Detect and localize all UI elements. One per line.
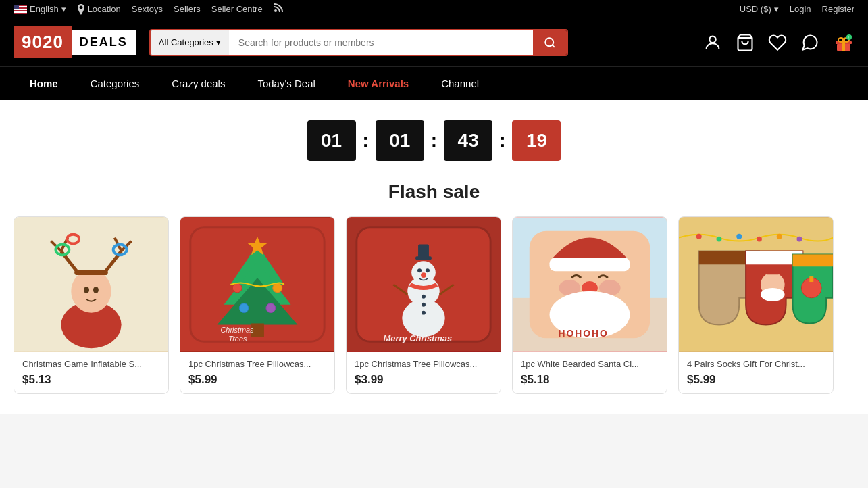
nav-categories[interactable]: Categories — [74, 67, 156, 100]
logo-number: 9020 — [14, 26, 72, 58]
svg-rect-66 — [550, 258, 630, 271]
timer-sep-2: : — [430, 130, 438, 151]
whatsapp-icon[interactable] — [800, 33, 819, 52]
language-label: English — [30, 4, 59, 14]
product-name: 1pc Christmas Tree Pillowcas... — [188, 359, 326, 369]
svg-point-52 — [426, 268, 430, 272]
product-card[interactable]: Christmas Trees 1pc Christmas Tree Pillo… — [180, 216, 335, 394]
top-bar-left: English ▾ Location Sextoys Sellers Selle… — [14, 3, 283, 15]
rss-icon — [274, 3, 283, 15]
timer-seconds: 43 — [444, 120, 492, 161]
account-icon[interactable] — [703, 33, 722, 52]
product-price: $5.13 — [22, 373, 160, 387]
search-button[interactable] — [533, 30, 567, 55]
svg-rect-4 — [14, 5, 19, 9]
svg-point-56 — [422, 295, 426, 299]
main-content: 01 : 01 : 43 : 19 Flash sale — [0, 100, 868, 414]
product-image — [679, 217, 833, 352]
product-image — [14, 217, 168, 352]
product-price: $5.99 — [687, 373, 825, 387]
language-selector[interactable]: English ▾ — [14, 4, 66, 14]
nav-crazy-deals[interactable]: Crazy deals — [155, 67, 241, 100]
product-name: 4 Pairs Socks Gift For Christ... — [687, 359, 825, 369]
product-name: Christmas Game Inflatable S... — [22, 359, 160, 369]
currency-chevron: ▾ — [774, 4, 779, 14]
timer-subseconds: 19 — [512, 120, 561, 161]
svg-text:Trees: Trees — [228, 335, 247, 343]
timer-sep-3: : — [498, 130, 507, 151]
gift-icon[interactable]: ! — [833, 32, 854, 53]
search-input[interactable] — [229, 30, 533, 55]
product-info: Christmas Game Inflatable S... $5.13 — [14, 352, 168, 393]
product-card[interactable]: Merry Christmas 1pc Christmas Tree Pillo… — [346, 216, 501, 394]
wishlist-icon[interactable] — [768, 33, 787, 52]
nav-todays-deal[interactable]: Today's Deal — [241, 67, 331, 100]
product-price: $5.18 — [521, 373, 659, 387]
product-image: Christmas Trees — [180, 217, 334, 352]
svg-rect-83 — [765, 268, 781, 274]
nav-sellers[interactable]: Sellers — [174, 4, 201, 14]
svg-point-76 — [736, 234, 742, 239]
svg-point-79 — [796, 237, 802, 242]
svg-point-57 — [422, 303, 426, 307]
countdown-timer: 01 : 01 : 43 : 19 — [0, 100, 868, 174]
svg-point-31 — [84, 287, 89, 293]
svg-point-5 — [274, 9, 277, 12]
svg-point-42 — [239, 303, 249, 313]
cart-icon[interactable] — [736, 33, 755, 52]
product-image: HOHOHO — [513, 217, 667, 352]
svg-point-75 — [717, 237, 722, 242]
product-card[interactable]: 4 Pairs Socks Gift For Christ... $5.99 — [678, 216, 834, 394]
svg-text:!: ! — [848, 36, 849, 40]
svg-point-6 — [545, 38, 553, 46]
location-label: Location — [88, 4, 121, 14]
product-name: 1pc White Bearded Santa Cl... — [521, 359, 659, 369]
product-image: Merry Christmas — [347, 217, 501, 352]
nav-sextoys[interactable]: Sextoys — [132, 4, 163, 14]
svg-point-58 — [422, 311, 426, 315]
product-info: 1pc Christmas Tree Pillowcas... $5.99 — [180, 352, 334, 393]
currency-selector[interactable]: USD ($) ▾ — [740, 4, 779, 14]
nav-home[interactable]: Home — [14, 67, 74, 100]
svg-rect-87 — [809, 276, 813, 282]
nav-channel[interactable]: Channel — [425, 67, 495, 100]
category-chevron: ▾ — [216, 37, 221, 47]
location-selector[interactable]: Location — [77, 4, 121, 15]
svg-point-41 — [273, 283, 282, 293]
search-bar: All Categories ▾ — [149, 29, 568, 56]
svg-rect-21 — [74, 270, 108, 275]
product-price: $5.99 — [188, 373, 326, 387]
svg-rect-85 — [793, 254, 833, 266]
svg-point-74 — [696, 234, 702, 239]
svg-text:HOHOHO: HOHOHO — [558, 328, 608, 339]
flash-sale-title: Flash sale — [0, 181, 868, 203]
product-card[interactable]: HOHOHO 1pc White Bearded Santa Cl... $5.… — [512, 216, 667, 394]
product-name: 1pc Christmas Tree Pillowcas... — [355, 359, 492, 369]
timer-hours: 01 — [307, 120, 356, 161]
product-info: 1pc White Bearded Santa Cl... $5.18 — [513, 352, 667, 393]
register-link[interactable]: Register — [822, 4, 854, 14]
svg-point-78 — [777, 234, 782, 239]
logo[interactable]: 9020 DEALS — [14, 26, 136, 58]
nav-seller-centre[interactable]: Seller Centre — [211, 4, 263, 14]
timer-sep-1: : — [361, 130, 370, 151]
product-info: 4 Pairs Socks Gift For Christ... $5.99 — [679, 352, 833, 393]
svg-text:Christmas: Christmas — [220, 326, 254, 334]
svg-rect-55 — [418, 245, 429, 258]
svg-rect-3 — [14, 11, 27, 13]
timer-minutes: 01 — [376, 120, 424, 161]
svg-point-71 — [559, 291, 619, 318]
login-link[interactable]: Login — [790, 4, 811, 14]
product-card[interactable]: Christmas Game Inflatable S... $5.13 — [14, 216, 169, 394]
svg-point-20 — [71, 270, 111, 312]
category-dropdown[interactable]: All Categories ▾ — [151, 30, 229, 55]
category-label: All Categories — [159, 37, 213, 47]
svg-line-7 — [552, 45, 554, 47]
svg-point-53 — [421, 272, 426, 278]
product-price: $3.99 — [355, 373, 492, 387]
logo-text: DEALS — [72, 30, 136, 55]
svg-point-77 — [757, 237, 762, 242]
svg-point-43 — [266, 303, 276, 313]
nav-new-arrivals[interactable]: New Arrivals — [332, 67, 425, 100]
svg-point-84 — [761, 288, 785, 301]
